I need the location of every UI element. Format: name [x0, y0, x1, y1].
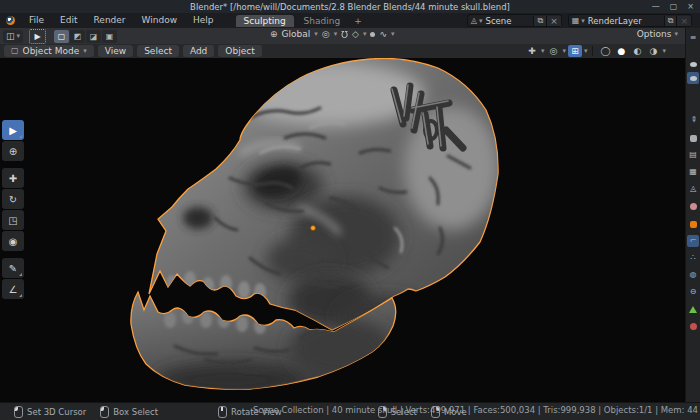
show-overlays-toggle[interactable]: ◎	[546, 45, 560, 57]
active-tool-button[interactable]: ▶	[29, 29, 46, 44]
object-mode-dropdown[interactable]: ▢ Object Mode ▾	[4, 45, 94, 57]
shading-solid-button[interactable]: ●	[614, 45, 628, 57]
select-mode-set[interactable]: ▢	[54, 30, 69, 43]
tab-modifiers[interactable]: ⌐	[687, 235, 699, 247]
tool-3d-cursor[interactable]: ⊕	[2, 141, 24, 161]
chevron-down-icon: ▾	[581, 17, 585, 25]
close-button[interactable]: ×	[687, 2, 694, 11]
tool-transform[interactable]: ◉	[2, 231, 24, 251]
proportional-editing-toggle[interactable]	[370, 32, 375, 37]
restore-button[interactable]: ▢	[670, 2, 678, 11]
orientation-icon: ⊕	[270, 29, 278, 39]
show-gizmo-toggle[interactable]: ✚	[525, 45, 539, 57]
transform-snap-cluster: ⊕ Global ▾ ◎ ▾ Ω ◇ ▾ ∿ ▾	[270, 29, 395, 39]
properties-editor-icon[interactable]: ≡	[687, 32, 699, 44]
blender-logo-icon[interactable]	[6, 16, 15, 25]
skull-render	[0, 58, 700, 402]
new-scene-button[interactable]: ⧉	[533, 16, 546, 26]
3d-viewport[interactable]: ▶ ⊕ ✚ ↻ ◳ ◉ ✎ ∠	[0, 58, 700, 402]
chevron-down-icon: ▾	[562, 47, 566, 55]
tab-object-data[interactable]	[687, 303, 699, 315]
blender-window: { "window": { "title": "Blender* [/home/…	[0, 0, 700, 420]
scene-statistics: Scene Collection | 40 minute skull | Ver…	[253, 405, 698, 415]
tool-move[interactable]: ✚	[2, 168, 24, 188]
menu-add[interactable]: Add	[183, 45, 214, 57]
render-layer-name[interactable]: RenderLayer	[588, 16, 664, 26]
tool-select-box[interactable]: ▶	[2, 120, 24, 140]
unlink-layer-button: ×	[676, 16, 691, 26]
menu-object[interactable]: Object	[218, 45, 261, 57]
chevron-down-icon: ▾	[363, 30, 367, 38]
tool-scale[interactable]: ◳	[2, 210, 24, 230]
scene-selector[interactable]: ◬ ▾ Scene ⧉ ×	[467, 14, 562, 27]
outliner-eye-icon[interactable]	[687, 58, 699, 70]
hint-box-select: Box Select	[100, 406, 158, 418]
new-layer-button[interactable]: ⧉	[664, 16, 677, 26]
snap-target-button[interactable]: ◇	[352, 29, 359, 39]
workspace-tabs: Sculpting Shading +	[236, 15, 366, 27]
add-workspace-button[interactable]: +	[350, 15, 366, 27]
pivot-point-button[interactable]: ◎	[322, 29, 330, 39]
tab-physics[interactable]: ◍	[687, 269, 699, 281]
editor-type-button[interactable]: ◫ ▾	[3, 30, 23, 43]
hint-set-3d-cursor: Set 3D Cursor	[14, 406, 86, 418]
chevron-down-icon: ▾	[479, 17, 483, 25]
object-mode-icon: ▢	[11, 45, 19, 57]
xray-toggle[interactable]: ⊞	[568, 45, 582, 57]
tab-sculpting[interactable]: Sculpting	[236, 15, 294, 27]
chevron-down-icon: ▾	[662, 47, 666, 55]
menu-render[interactable]: Render	[86, 13, 134, 28]
tab-particles[interactable]: ∴	[687, 252, 699, 264]
hint-label: Set 3D Cursor	[27, 407, 86, 417]
unlink-scene-button[interactable]: ×	[546, 16, 561, 26]
menu-view[interactable]: View	[98, 45, 133, 57]
divider	[592, 46, 593, 56]
tab-shading[interactable]: Shading	[296, 15, 349, 27]
chevron-down-icon: ▾	[17, 32, 21, 40]
select-mode-intersect[interactable]: ▣	[102, 30, 117, 43]
outliner-eye-icon-selected[interactable]	[687, 72, 699, 84]
shading-wireframe-button[interactable]: ◯	[598, 45, 612, 57]
left-mouse-drag-icon	[100, 406, 109, 418]
falloff-curve-button[interactable]: ∿	[379, 29, 387, 39]
scene-name[interactable]: Scene	[486, 16, 534, 26]
tool-measure[interactable]: ∠	[2, 279, 24, 299]
tab-render[interactable]	[687, 132, 699, 144]
options-cluster: Options ▾	[637, 29, 678, 39]
menu-window[interactable]: Window	[134, 13, 186, 28]
hint-label: Box Select	[113, 407, 158, 417]
tab-material[interactable]	[687, 320, 699, 332]
minimize-button[interactable]: —	[652, 2, 660, 11]
select-mode-group: ▢ ◩ ◪ ▣	[54, 30, 117, 43]
left-mouse-icon	[14, 406, 23, 418]
viewport-editor-icon: ◫	[6, 31, 15, 41]
window-title: Blender* [/home/will/Documents/2.8 Blend…	[190, 2, 510, 12]
snap-toggle-magnet-icon[interactable]: Ω	[341, 29, 348, 39]
options-dropdown[interactable]: Options	[637, 29, 672, 39]
tool-rotate[interactable]: ↻	[2, 189, 24, 209]
tab-active-tool[interactable]: ✎	[687, 114, 699, 126]
tab-scene[interactable]: ◬	[687, 183, 699, 195]
transform-orientation-dropdown[interactable]: Global	[282, 29, 311, 39]
shading-rendered-button[interactable]: ◑	[646, 45, 660, 57]
menu-help[interactable]: Help	[185, 13, 222, 28]
render-layer-icon: ▦	[569, 16, 582, 25]
tab-view-layer[interactable]: ▦	[687, 166, 699, 178]
chevron-down-icon: ▾	[83, 45, 87, 57]
select-mode-extend[interactable]: ◩	[70, 30, 85, 43]
middle-mouse-icon	[218, 406, 227, 418]
shading-material-button[interactable]: ◐	[630, 45, 644, 57]
menu-edit[interactable]: Edit	[52, 13, 85, 28]
tab-constraints[interactable]: ⊖	[687, 286, 699, 298]
tab-output[interactable]: ▤	[687, 149, 699, 161]
menu-file[interactable]: File	[21, 13, 52, 28]
render-layer-selector[interactable]: ▦ ▾ RenderLayer ⧉ ×	[568, 14, 692, 27]
tool-annotate[interactable]: ✎	[2, 258, 24, 278]
chevron-down-icon: ▾	[541, 47, 545, 55]
tab-object[interactable]	[687, 218, 699, 230]
object-mode-label: Object Mode	[23, 45, 80, 57]
select-mode-subtract[interactable]: ◪	[86, 30, 101, 43]
tab-world[interactable]	[687, 200, 699, 212]
menu-select[interactable]: Select	[137, 45, 179, 57]
titlebar: Blender* [/home/will/Documents/2.8 Blend…	[0, 0, 700, 13]
